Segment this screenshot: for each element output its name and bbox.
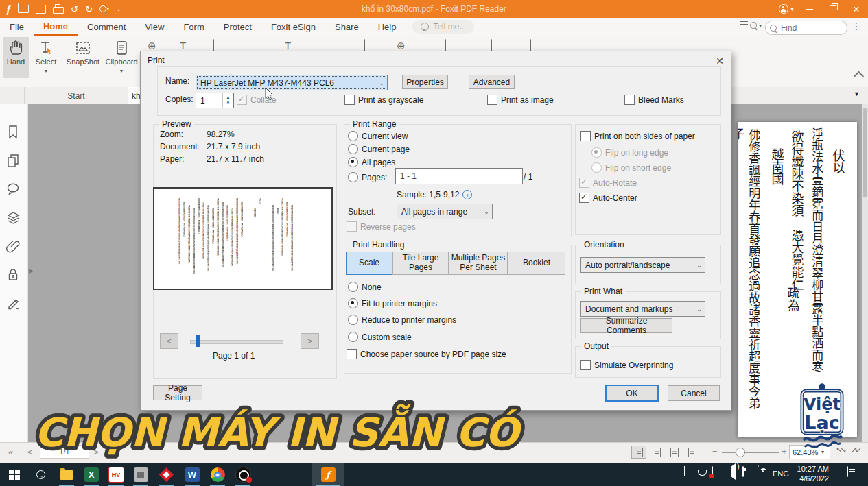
chevron-down-icon[interactable]: ⌄ — [376, 80, 387, 86]
both-sides-checkbox[interactable]: Print on both sides of paper — [580, 131, 695, 141]
close-button[interactable]: ✕ — [845, 0, 868, 18]
tab-scale[interactable]: Scale — [346, 252, 392, 275]
continuous-view-icon[interactable] — [649, 446, 664, 459]
prev-page-icon[interactable]: < — [27, 447, 33, 457]
first-page-icon[interactable]: « — [8, 447, 13, 457]
tab-start[interactable]: Start — [24, 87, 128, 104]
tool-clipboard[interactable]: Clipboard ▾ — [104, 37, 139, 78]
advanced-button[interactable]: Advanced — [469, 75, 515, 89]
account-icon[interactable]: ▾ — [775, 0, 798, 18]
obs-icon[interactable] — [234, 466, 252, 483]
properties-button[interactable]: Properties — [402, 75, 448, 89]
chevron-down-icon[interactable]: ⌄ — [694, 262, 705, 269]
zoom-slider[interactable] — [722, 452, 779, 453]
note-tool-icon[interactable] — [213, 40, 214, 51]
preview-page-slider[interactable] — [190, 340, 283, 344]
orientation-select[interactable]: Auto portrait/landscape ⌄ — [580, 257, 705, 273]
redo-icon[interactable]: ↻ — [85, 5, 93, 14]
single-page-view-icon[interactable] — [631, 446, 646, 459]
pages-radio[interactable]: Pages: — [348, 172, 387, 182]
auto-rotate-checkbox[interactable]: Auto-Rotate — [579, 178, 637, 188]
grayscale-checkbox[interactable]: Print as grayscale — [344, 95, 423, 105]
current-page-radio[interactable]: Current page — [348, 144, 410, 154]
find-box[interactable] — [765, 21, 847, 35]
undo-icon[interactable]: ↺ — [71, 5, 78, 14]
menu-form[interactable]: Form — [174, 19, 213, 35]
print-as-image-checkbox[interactable]: Print as image — [487, 95, 554, 105]
flip-long-edge-radio[interactable]: Flip on long edge — [591, 147, 668, 158]
bleed-marks-checkbox[interactable]: Bleed Marks — [624, 95, 684, 105]
language-indicator[interactable]: ENG — [773, 470, 789, 478]
file-explorer-icon[interactable] — [58, 466, 75, 483]
last-page-icon[interactable]: » — [111, 447, 116, 457]
save-icon[interactable] — [36, 5, 46, 14]
auto-center-checkbox[interactable]: Auto-Center — [579, 193, 637, 203]
wifi-tray-icon[interactable] — [757, 467, 760, 476]
summarize-comments-button[interactable]: Summarize Comments — [580, 318, 672, 333]
reverse-pages-checkbox[interactable]: Reverse pages — [347, 221, 416, 232]
fit-page-icon[interactable]: ↖↘ — [836, 446, 844, 454]
simulate-overprinting-checkbox[interactable]: Simulate Overprinting — [580, 360, 673, 370]
menu-comment[interactable]: Comment — [78, 19, 135, 35]
printer-select[interactable]: HP LaserJet MFP M437-M443 PCL6 ⌄ — [196, 75, 388, 90]
customize-toolbar-icon[interactable]: ⌄ — [116, 6, 121, 12]
zoom-percentage-box[interactable]: ▾ — [789, 445, 830, 459]
notification-center-icon[interactable] — [847, 467, 848, 476]
pdf-page[interactable]: 子佛修香諷經明年春首發願追念過故諸香靈祈超度事今弟越南國欲得纖陳不染須 憑大覺能… — [738, 122, 857, 437]
spinner-arrows-icon[interactable]: ▲▼ — [222, 93, 233, 108]
menu-protect[interactable]: Protect — [214, 19, 261, 35]
copies-stepper[interactable]: 1 ▲▼ — [196, 93, 234, 108]
pages-icon[interactable] — [6, 154, 20, 171]
fullscreen-icon[interactable]: ↗↙ — [851, 446, 859, 454]
print-what-select[interactable]: Document and markups ⌄ — [580, 301, 705, 317]
find-input[interactable] — [779, 23, 837, 34]
zoom-slider-handle[interactable] — [736, 448, 745, 457]
tool-snapshot[interactable]: SnapShot — [63, 37, 103, 78]
signature-icon[interactable] — [6, 296, 21, 313]
diamond-app-icon[interactable] — [157, 466, 175, 483]
flip-short-edge-radio[interactable]: Flip on short edge — [591, 162, 671, 173]
custom-scale-radio[interactable]: Custom scale — [348, 332, 412, 342]
foxit-taskbar-icon[interactable]: ƒ — [312, 463, 344, 486]
menu-share[interactable]: Share — [325, 19, 368, 35]
tool-hand[interactable]: Hand — [3, 37, 29, 78]
chart-tool-icon[interactable] — [491, 40, 492, 51]
tool-select[interactable]: Select ▾ — [32, 37, 60, 78]
tab-multiple-pages[interactable]: Multiple Pages Per Sheet — [449, 252, 508, 275]
menu-help[interactable]: Help — [368, 19, 406, 35]
comments-icon[interactable] — [6, 182, 21, 198]
info-icon[interactable]: i — [462, 190, 472, 199]
scale-none-radio[interactable]: None — [348, 282, 382, 292]
layers-icon[interactable] — [6, 210, 21, 227]
start-button[interactable] — [5, 466, 23, 483]
page-number-box[interactable]: 1/1 — [40, 445, 89, 459]
form-tool-icon[interactable] — [445, 40, 446, 51]
tray-chevron-icon[interactable] — [684, 467, 685, 476]
menu-home[interactable]: Home — [34, 19, 78, 36]
fit-to-margins-radio[interactable]: Fit to printer margins — [348, 298, 437, 308]
continuous-facing-view-icon[interactable] — [685, 446, 700, 459]
print-icon[interactable] — [53, 5, 64, 14]
chevron-down-icon[interactable]: ⌄ — [694, 306, 705, 313]
minimize-button[interactable] — [798, 0, 821, 18]
zoom-input[interactable] — [790, 448, 821, 457]
taskbar-clock[interactable]: 10:27 AM 4/6/2022 — [790, 465, 829, 484]
preview-prev-button[interactable]: < — [160, 333, 178, 349]
menu-view[interactable]: View — [135, 19, 174, 35]
tab-tile-large-pages[interactable]: Tile Large Pages — [392, 252, 449, 275]
more-options-icon[interactable]: ⋮ — [852, 21, 861, 32]
utility-app-icon[interactable] — [132, 466, 150, 483]
reading-mode-icon[interactable]: ▾ — [740, 21, 762, 29]
preview-next-button[interactable]: > — [301, 333, 319, 349]
taskbar-search-icon[interactable] — [32, 466, 49, 483]
tell-me-search[interactable]: Tell me... — [412, 20, 474, 34]
sidebar-expand-icon[interactable]: ▶ — [29, 267, 34, 274]
hanviet-tool-icon[interactable]: HV — [107, 466, 125, 483]
bookmarks-icon[interactable] — [6, 125, 20, 142]
open-file-icon[interactable] — [18, 5, 29, 13]
all-pages-radio[interactable]: All pages — [348, 157, 395, 167]
hand-quick-icon[interactable]: ▾ — [99, 5, 109, 12]
volume-tray-icon[interactable] — [727, 467, 736, 476]
attachments-icon[interactable] — [6, 239, 21, 256]
excel-icon[interactable]: X — [82, 466, 100, 483]
